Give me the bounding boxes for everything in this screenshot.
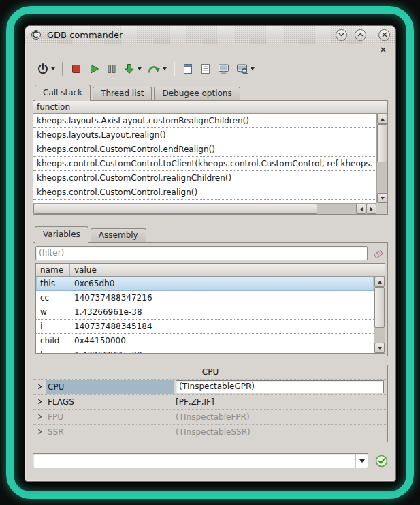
variable-name: b <box>36 348 70 353</box>
cpu-register-row[interactable]: FLAGS [PF,ZF,IF] <box>33 394 387 409</box>
variable-name: i <box>36 320 70 333</box>
dock-close-button[interactable] <box>378 46 387 55</box>
scrollbar-thumb[interactable] <box>374 287 385 328</box>
tab-assembly[interactable]: Assembly <box>91 228 146 242</box>
horizontal-scrollbar[interactable] <box>33 203 376 214</box>
filter-input[interactable] <box>35 246 368 260</box>
callstack-column-header[interactable]: function <box>33 101 387 114</box>
expand-chevron-icon[interactable] <box>33 414 46 420</box>
vertical-scrollbar[interactable] <box>374 277 385 353</box>
gdb-commander-window: GDB commander <box>25 25 396 482</box>
variable-row[interactable]: child 0x44150000 <box>36 334 374 348</box>
arrow-left-icon <box>360 207 363 211</box>
scroll-down-button[interactable] <box>377 193 387 203</box>
close-button[interactable] <box>378 29 390 41</box>
execute-command-button[interactable] <box>374 454 388 468</box>
view-terminal-button[interactable] <box>214 59 233 78</box>
close-icon <box>381 47 386 52</box>
scrollbar-track[interactable] <box>374 287 385 343</box>
register-value-field[interactable]: (TInspectableGPR) <box>176 380 384 393</box>
variable-value: 140737488345184 <box>70 320 374 333</box>
scroll-down-button[interactable] <box>374 343 385 353</box>
dropdown-arrow-icon <box>251 67 255 70</box>
callstack-rows: kheops.layouts.AxisLayout.customRealignC… <box>33 114 376 203</box>
command-combobox[interactable] <box>33 453 368 468</box>
view-document-button[interactable] <box>179 59 197 78</box>
ok-check-icon <box>375 455 388 468</box>
scrollbar-thumb[interactable] <box>33 204 317 214</box>
dock-titlebar <box>33 44 388 55</box>
run-button[interactable] <box>85 59 103 78</box>
stop-button[interactable] <box>67 59 85 78</box>
step-into-icon <box>123 63 135 75</box>
register-group-value: [PF,ZF,IF] <box>174 395 387 409</box>
expand-chevron-icon[interactable] <box>33 429 46 435</box>
variables-table: name value this 0xc65db0 cc 140737488347… <box>35 263 385 354</box>
callstack-row[interactable]: kheops.control.CustomControl.realignChil… <box>33 171 376 185</box>
scrollbar-track[interactable] <box>33 204 356 214</box>
column-header-name[interactable]: name <box>36 264 70 276</box>
variable-row[interactable]: this 0xc65db0 <box>36 277 374 291</box>
cpu-register-row[interactable]: SSR (TInspectableSSR) <box>33 424 387 439</box>
dropdown-arrow-icon <box>138 67 142 70</box>
scroll-right-button[interactable] <box>366 204 376 214</box>
variable-name: cc <box>36 291 70 305</box>
variable-value: 0xc65db0 <box>70 277 374 290</box>
cpu-register-row[interactable]: CPU (TInspectableGPR) <box>33 379 387 394</box>
callstack-row[interactable]: kheops.layouts.Layout.realign() <box>33 128 376 142</box>
variable-value: 1.43266961e-38 <box>70 348 374 353</box>
step-over-button[interactable] <box>144 59 169 78</box>
document-icon <box>182 63 194 75</box>
variable-row[interactable]: i 140737488345184 <box>36 320 374 334</box>
tab-thread-list[interactable]: Thread list <box>93 87 152 100</box>
inspect-window-button[interactable] <box>233 59 257 78</box>
callstack-row[interactable]: kheops.control.CustomControl.toClient(kh… <box>33 157 376 171</box>
scroll-up-button[interactable] <box>374 277 385 287</box>
titlebar[interactable]: GDB commander <box>25 26 395 44</box>
expand-chevron-icon[interactable] <box>33 384 46 390</box>
toolbar-separator <box>62 62 63 76</box>
arrow-up-icon <box>378 281 382 284</box>
variable-value: 140737488347216 <box>70 291 374 305</box>
variable-name: child <box>36 334 70 348</box>
variable-row[interactable]: cc 140737488347216 <box>36 291 374 305</box>
variable-value: 1.43266961e-38 <box>70 305 374 319</box>
arrow-down-icon <box>378 347 382 350</box>
power-button[interactable] <box>34 59 58 78</box>
callstack-row[interactable]: kheops.control.CustomControl.realign() <box>33 185 376 200</box>
stop-icon <box>70 63 82 75</box>
window-title: GDB commander <box>47 30 123 40</box>
step-into-button[interactable] <box>120 59 144 78</box>
run-icon <box>88 63 100 75</box>
app-icon <box>31 29 42 40</box>
column-header-value[interactable]: value <box>70 264 385 276</box>
chevron-down-icon <box>338 33 344 37</box>
view-log-button[interactable] <box>197 59 214 78</box>
variable-row[interactable]: w 1.43266961e-38 <box>36 305 374 320</box>
tab-variables[interactable]: Variables <box>35 226 88 243</box>
expand-chevron-icon[interactable] <box>33 399 46 405</box>
register-group-name: FPU <box>48 412 63 422</box>
callstack-row[interactable]: kheops.control.CustomControl.endRealign(… <box>33 142 376 157</box>
scroll-left-button[interactable] <box>356 204 366 214</box>
tab-debugee-options[interactable]: Debugee options <box>154 87 240 100</box>
cpu-register-row[interactable]: FPU (TInspectableFPR) <box>33 409 387 424</box>
minimize-button[interactable] <box>336 29 347 41</box>
scrollbar-track[interactable] <box>377 124 387 193</box>
scroll-up-button[interactable] <box>377 114 387 124</box>
eraser-icon <box>372 247 385 259</box>
callstack-row[interactable]: kheops.layouts.AxisLayout.customRealignC… <box>33 114 376 128</box>
register-group-name: SSR <box>48 427 64 437</box>
combobox-dropdown-button[interactable] <box>355 454 368 468</box>
tab-call-stack[interactable]: Call stack <box>35 85 91 101</box>
callstack-panel: function kheops.layouts.AxisLayout.custo… <box>33 100 388 215</box>
variable-row[interactable]: b 1.43266961e-38 <box>36 348 374 353</box>
scrollbar-thumb[interactable] <box>377 124 387 162</box>
scrollbar-corner <box>376 203 387 214</box>
pause-button[interactable] <box>103 59 120 78</box>
command-input[interactable] <box>33 454 355 468</box>
clear-filter-button[interactable] <box>372 246 385 260</box>
vertical-scrollbar[interactable] <box>376 114 387 203</box>
variable-value: 0x44150000 <box>70 334 374 348</box>
maximize-button[interactable] <box>355 29 366 41</box>
